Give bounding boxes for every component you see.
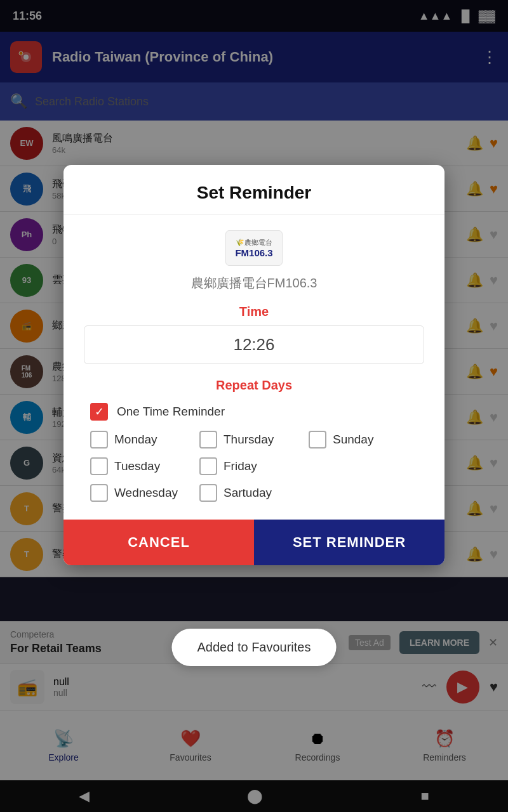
sunday-checkbox[interactable] — [309, 431, 326, 449]
toast-added-favourites: Added to Favourites — [172, 629, 337, 666]
time-label: Time — [84, 304, 424, 319]
one-time-row: ✓ One Time Reminder — [90, 403, 418, 421]
day-sunday: Sunday — [309, 431, 418, 449]
day-tuesday: Tuesday — [90, 457, 199, 475]
dialog-body: 🌾農鄉電台 FM106.3 農鄉廣播電台FM106.3 Time 12:26 R… — [64, 215, 444, 520]
cancel-button[interactable]: CANCEL — [64, 520, 254, 565]
one-time-label: One Time Reminder — [117, 405, 225, 419]
station-logo-line1: 🌾農鄉電台 — [236, 238, 272, 247]
days-grid: Monday Thursday Sunday Tuesday Friday — [90, 431, 418, 502]
station-logo-line2: FM106.3 — [235, 247, 272, 258]
day-empty1 — [309, 457, 418, 475]
station-name: 農鄉廣播電台FM106.3 — [84, 275, 424, 292]
dialog-title: Set Reminder — [197, 183, 312, 202]
station-logo-box: 🌾農鄉電台 FM106.3 — [225, 230, 283, 266]
one-time-checkbox[interactable]: ✓ — [90, 403, 108, 421]
thursday-checkbox[interactable] — [199, 431, 217, 449]
day-saturday: Sartuday — [199, 484, 309, 502]
friday-checkbox[interactable] — [199, 457, 217, 475]
day-thursday: Thursday — [199, 431, 309, 449]
wednesday-checkbox[interactable] — [90, 484, 108, 502]
day-friday: Friday — [199, 457, 309, 475]
monday-checkbox[interactable] — [90, 431, 108, 449]
day-monday: Monday — [90, 431, 199, 449]
day-empty2 — [309, 484, 418, 502]
set-reminder-dialog: Set Reminder 🌾農鄉電台 FM106.3 農鄉廣播電台FM106.3… — [64, 165, 444, 565]
saturday-checkbox[interactable] — [199, 484, 217, 502]
day-wednesday: Wednesday — [90, 484, 199, 502]
station-logo-wrap: 🌾農鄉電台 FM106.3 — [84, 230, 424, 266]
time-value[interactable]: 12:26 — [84, 325, 424, 364]
tuesday-checkbox[interactable] — [90, 457, 108, 475]
set-reminder-button[interactable]: SET REMINDER — [254, 520, 444, 565]
dialog-header: Set Reminder — [64, 165, 444, 215]
repeat-days-label: Repeat Days — [84, 378, 424, 393]
toast-message: Added to Favourites — [197, 640, 311, 654]
checkbox-section: ✓ One Time Reminder Monday Thursday Sund… — [84, 403, 424, 502]
dialog-buttons: CANCEL SET REMINDER — [64, 520, 444, 565]
